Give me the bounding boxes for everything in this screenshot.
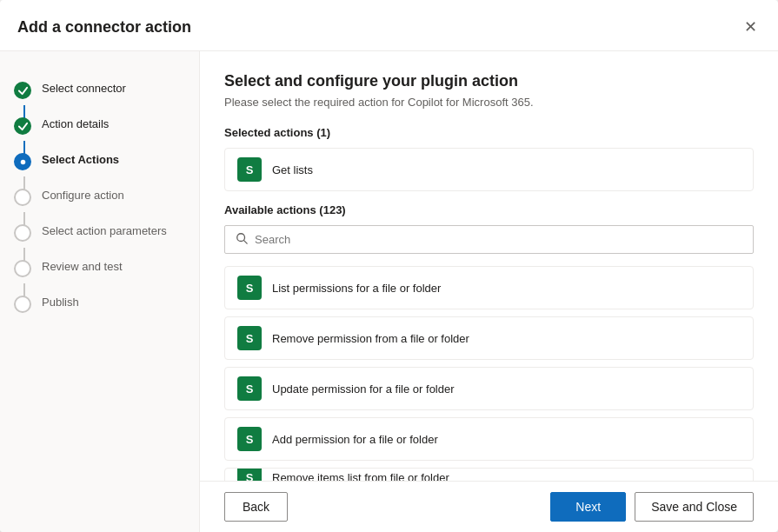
step-label-publish: Publish [42,295,79,310]
sidebar-item-select-actions[interactable]: Select Actions [0,143,199,179]
step-label-select-actions: Select Actions [42,152,119,168]
svg-line-2 [244,241,248,244]
content-title: Select and configure your plugin action [224,72,754,90]
modal-container: Add a connector action ✕ Select connecto… [0,0,778,532]
search-box [224,225,754,254]
action-icon-list-permissions: S [237,276,262,300]
modal-header: Add a connector action ✕ [0,0,778,51]
action-label-get-lists: Get lists [272,163,313,176]
step-label-select-action-parameters: Select action parameters [42,223,167,239]
available-actions-label: Available actions (123) [224,203,754,216]
step-icon-select-action-parameters [14,224,31,242]
svg-point-0 [20,159,25,164]
action-card-list-permissions[interactable]: S List permissions for a file or folder [224,266,754,309]
main-content: Select and configure your plugin action … [200,51,778,532]
action-label-add-permission: Add permission for a file or folder [272,433,438,446]
sidebar-item-publish[interactable]: Publish [0,286,199,322]
sidebar: Select connector Action details Select A… [0,51,200,532]
action-card-add-permission[interactable]: S Add permission for a file or folder [224,417,754,461]
search-input[interactable] [255,233,742,246]
action-icon-remove-list-folder: S [237,468,262,481]
step-label-review-and-test: Review and test [42,259,123,275]
sidebar-item-select-action-parameters[interactable]: Select action parameters [0,215,199,250]
action-card-update-permission[interactable]: S Update permission for a file or folder [224,367,754,410]
action-icon-update-permission: S [237,376,262,401]
action-icon-get-lists: S [237,157,262,182]
action-icon-text: S [246,163,254,176]
action-icon-add-permission: S [237,427,262,451]
footer-right-buttons: Next Save and Close [550,492,754,522]
modal-footer: Back Next Save and Close [200,481,778,532]
step-icon-configure-action [14,189,31,206]
action-label-remove-permission: Remove permission from a file or folder [272,332,469,345]
action-label-remove-list-folder: Remove items list from file or folder [272,471,449,482]
content-subtitle: Please select the required action for Co… [224,96,754,109]
selected-actions-label: Selected actions (1) [224,126,754,139]
check-icon [18,86,28,96]
close-icon: ✕ [744,17,757,37]
content-area: Select and configure your plugin action … [200,51,778,481]
step-icon-select-connector [14,82,31,99]
modal-body: Select connector Action details Select A… [0,51,778,532]
save-close-button[interactable]: Save and Close [635,492,754,522]
action-card-remove-list-folder[interactable]: S Remove items list from file or folder [224,468,754,481]
step-label-action-details: Action details [42,116,109,132]
step-icon-publish [14,296,31,313]
selected-action-card-get-lists[interactable]: S Get lists [224,148,754,191]
step-icon-action-details [14,117,31,135]
back-button[interactable]: Back [224,492,288,522]
modal-title: Add a connector action [17,18,191,37]
step-icon-select-actions [14,153,31,170]
action-label-list-permissions: List permissions for a file or folder [272,282,441,295]
step-icon-review-and-test [14,260,31,277]
search-icon [236,232,248,247]
step-label-select-connector: Select connector [42,81,126,96]
action-label-update-permission: Update permission for a file or folder [272,382,455,396]
action-card-remove-permission[interactable]: S Remove permission from a file or folde… [224,316,754,360]
sidebar-item-action-details[interactable]: Action details [0,108,199,143]
sidebar-item-select-connector[interactable]: Select connector [0,72,199,108]
check-icon-2 [18,122,28,131]
close-button[interactable]: ✕ [741,14,761,40]
step-label-configure-action: Configure action [42,188,124,203]
next-button[interactable]: Next [550,492,626,522]
sidebar-item-configure-action[interactable]: Configure action [0,179,199,215]
sidebar-item-review-and-test[interactable]: Review and test [0,250,199,286]
dot-icon [18,157,28,167]
action-icon-remove-permission: S [237,326,262,350]
